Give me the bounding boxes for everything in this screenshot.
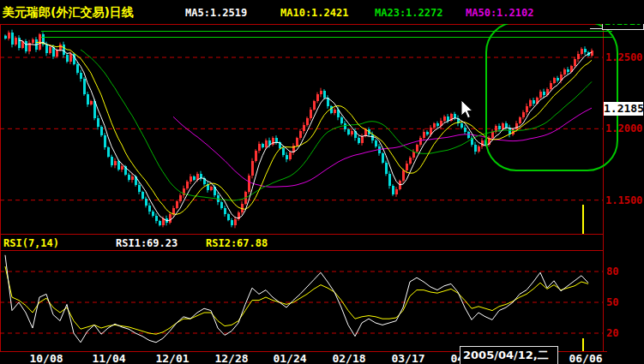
date-label[interactable]: 01/24	[273, 352, 306, 364]
ma-label: MA10:1.2421	[280, 7, 348, 19]
date-label[interactable]: 12/01	[155, 352, 189, 364]
price-gridline-label: 1.2500	[605, 51, 642, 63]
rsi2-value-label: RSI2:67.88	[206, 237, 268, 249]
ma-label: MA50:1.2102	[466, 7, 533, 19]
ma-label: MA5:1.2519	[185, 7, 247, 19]
mouse-cursor	[460, 99, 478, 122]
date-label[interactable]: 10/08	[29, 352, 63, 364]
chart-header: 美元瑞郎(外汇交易)日线 MA5:1.2519MA10:1.2421MA23:1…	[0, 0, 644, 24]
ma-label: MA23:1.2272	[375, 7, 442, 19]
trading-app-window: 美元瑞郎(外汇交易)日线 MA5:1.2519MA10:1.2421MA23:1…	[0, 0, 644, 364]
rsi-scale-label: 80	[606, 266, 618, 277]
rsi1-value-label: RSI1:69.23	[116, 237, 178, 249]
crosshair-date-readout: 2005/04/12,二	[460, 346, 558, 364]
price-gridline-label: 1.1500	[605, 194, 642, 206]
rsi-indicator-title[interactable]: RSI(7,14)	[3, 237, 59, 249]
price-gridline-label: 1.2000	[605, 122, 642, 134]
date-label[interactable]: 11/04	[92, 352, 125, 364]
rsi1-line	[5, 255, 588, 343]
crosshair-price-readout: 1.2185	[604, 102, 643, 116]
rsi2-line	[5, 266, 588, 334]
date-label[interactable]: 03/17	[391, 352, 424, 364]
highlight-annotation-box[interactable]	[485, 21, 618, 171]
yellow-marker-lower	[582, 338, 584, 351]
date-label[interactable]: 06/06	[569, 352, 602, 364]
yellow-marker-upper	[582, 205, 584, 234]
chart-title: 美元瑞郎(外汇交易)日线	[3, 5, 134, 21]
rsi-scale-label: 50	[606, 296, 618, 308]
date-label[interactable]: 02/18	[332, 352, 365, 364]
rsi-scale-label: 20	[606, 327, 618, 339]
date-label[interactable]: 12/28	[214, 352, 248, 364]
